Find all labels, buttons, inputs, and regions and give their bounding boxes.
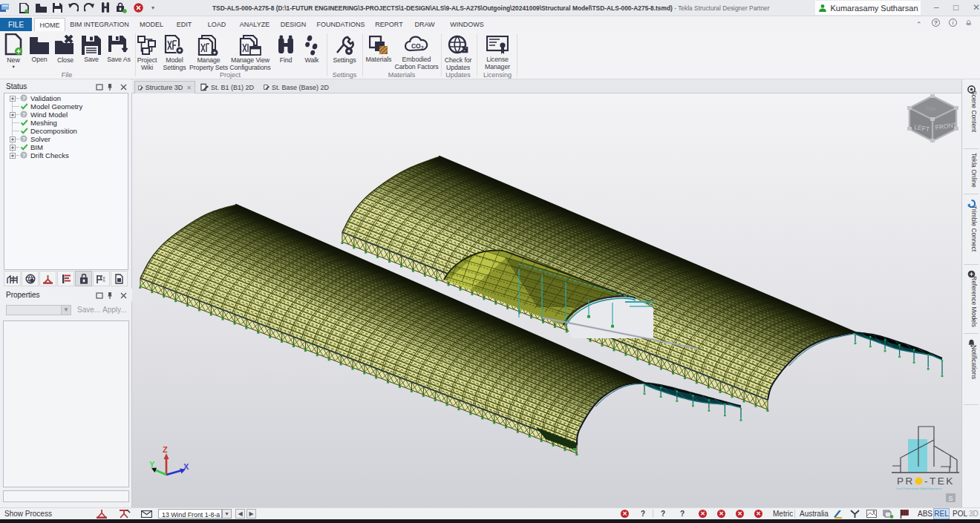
svg-text:CO: CO [411, 42, 421, 50]
svg-text:Z: Z [163, 445, 168, 454]
svg-text:?: ? [22, 136, 26, 142]
svg-text:?: ? [22, 95, 26, 102]
svg-text:Y: Y [149, 460, 155, 469]
svg-text:PR: PR [897, 476, 915, 487]
svg-text:?: ? [22, 111, 26, 118]
svg-text:?: ? [22, 152, 26, 159]
svg-text:S: S [949, 495, 953, 502]
svg-text:2: 2 [421, 45, 424, 50]
svg-text:X: X [183, 462, 189, 471]
svg-text:Local Professionals Global E: Local Professionals Global Experience [896, 487, 942, 490]
svg-text:-TEK: -TEK [924, 476, 955, 487]
